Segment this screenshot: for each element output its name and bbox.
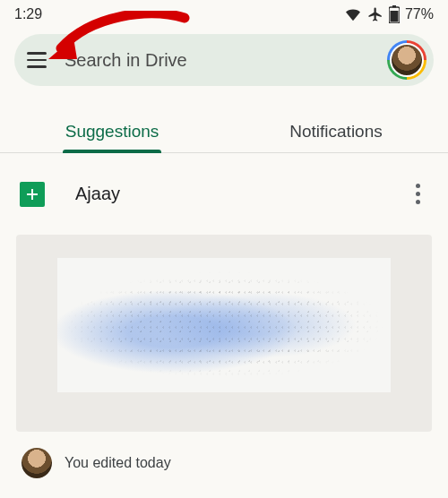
- battery-percent: 77%: [405, 6, 434, 22]
- status-time: 1:29: [14, 6, 42, 22]
- profile-avatar[interactable]: [387, 40, 426, 80]
- file-name: Ajaay: [75, 184, 407, 204]
- menu-icon[interactable]: [27, 47, 52, 73]
- svg-rect-1: [392, 5, 396, 8]
- tab-bar: Suggestions Notifications: [0, 109, 448, 153]
- battery-icon: [389, 5, 400, 23]
- wifi-icon: [344, 7, 362, 21]
- edit-info: You edited today: [16, 432, 432, 478]
- file-thumbnail[interactable]: [16, 235, 432, 432]
- edit-status: You edited today: [65, 455, 171, 471]
- status-icons: 77%: [344, 5, 434, 23]
- tab-notifications[interactable]: Notifications: [224, 109, 448, 152]
- tab-suggestions[interactable]: Suggestions: [0, 109, 224, 152]
- file-suggestion: Ajaay You edited today: [0, 153, 448, 478]
- editor-avatar: [22, 448, 52, 478]
- search-bar[interactable]: Search in Drive: [14, 34, 434, 86]
- status-bar: 1:29 77%: [0, 0, 448, 25]
- search-input[interactable]: Search in Drive: [65, 50, 387, 71]
- airplane-icon: [367, 6, 383, 22]
- search-container: Search in Drive: [0, 25, 448, 93]
- sheets-icon: [20, 182, 45, 207]
- file-header[interactable]: Ajaay: [16, 153, 432, 219]
- svg-rect-2: [390, 11, 398, 22]
- more-vert-icon[interactable]: [407, 178, 428, 210]
